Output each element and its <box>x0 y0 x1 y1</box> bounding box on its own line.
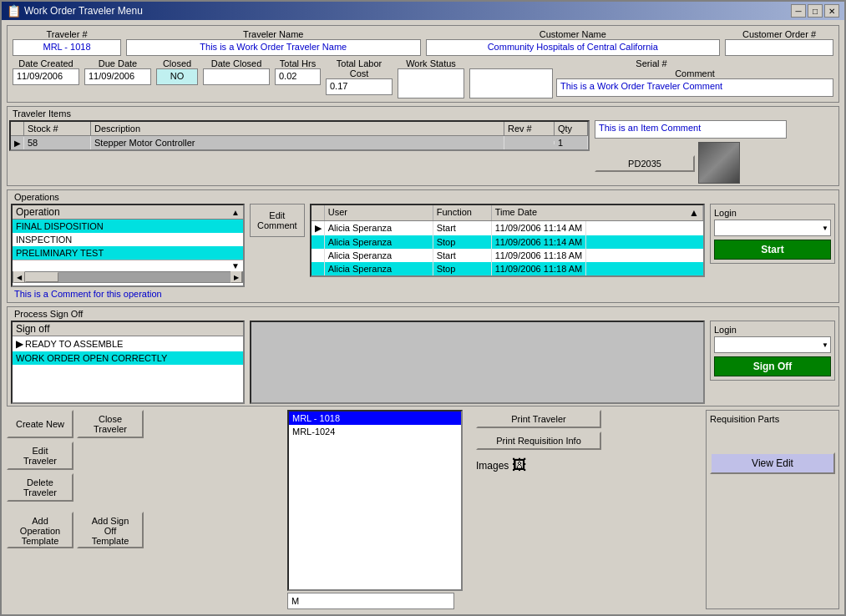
row-qty: 1 <box>555 136 588 149</box>
time-row-arrow-3 <box>312 262 325 275</box>
time-row-1[interactable]: Alicia Speranza Stop 11/09/2006 11:14 AM <box>312 235 703 249</box>
time-row-3[interactable]: Alicia Speranza Stop 11/09/2006 11:18 AM <box>312 262 703 275</box>
total-hrs-label: Total Hrs <box>275 58 321 68</box>
ops-horiz-scroll[interactable]: ◀ ▶ <box>13 271 243 283</box>
scroll-left-btn[interactable]: ◀ <box>13 271 25 283</box>
item-comment-field[interactable]: This is an Item Comment <box>595 120 787 139</box>
signoff-title: Process Sign Off <box>11 309 835 319</box>
table-row[interactable]: ▶ 58 Stepper Motor Controller 1 <box>11 136 588 149</box>
traveler-list-item-1[interactable]: MRL-1024 <box>289 425 461 438</box>
traveler-list-box[interactable]: MRL - 1018 MRL-1024 <box>287 410 463 591</box>
row-arrow: ▶ <box>11 137 24 149</box>
signoff-list[interactable]: Sign off ▶ READY TO ASSEMBLE WORK ORDER … <box>11 321 245 404</box>
signoff-list-header: Sign off <box>13 322 243 336</box>
signoff-login-select[interactable]: ▼ <box>714 336 831 353</box>
time-row-func-1: Stop <box>433 235 492 249</box>
date-closed-input[interactable] <box>203 68 270 85</box>
signoff-col-label: Sign off <box>16 323 49 335</box>
date-closed-label: Date Closed <box>203 58 270 68</box>
edit-comment-button[interactable]: Edit Comment <box>250 204 305 237</box>
total-labor-cost-input[interactable]: 0.17 <box>326 78 393 95</box>
traveler-name-input[interactable]: This is a Work Order Traveler Name <box>126 39 421 56</box>
comment-label: Comment <box>556 68 833 78</box>
maximize-button[interactable]: □ <box>808 4 823 18</box>
time-row-date-1: 11/09/2006 11:14 AM <box>492 235 587 249</box>
create-new-button[interactable]: Create New <box>7 410 73 438</box>
col-user-header: User <box>325 205 433 220</box>
header-section: Traveler # MRL - 1018 Traveler Name This… <box>7 25 839 103</box>
time-row-func-3: Stop <box>433 262 492 275</box>
part-number-button[interactable]: PD2035 <box>595 155 695 172</box>
comment-input[interactable]: This is a Work Order Traveler Comment <box>556 78 833 97</box>
customer-order-input[interactable] <box>725 39 833 56</box>
scroll-right-btn[interactable]: ▶ <box>230 271 242 283</box>
date-created-label: Date Created <box>13 58 79 68</box>
date-created-input[interactable]: 11/09/2006 <box>13 68 79 85</box>
col-timedate-header: Time Date ▲ <box>492 205 703 220</box>
ops-select-arrow: ▼ <box>822 225 828 232</box>
ops-item-0[interactable]: FINAL DISPOSITION <box>13 220 243 233</box>
req-parts-label: Requisition Parts <box>710 414 835 424</box>
time-row-user-2: Alicia Speranza <box>325 249 433 262</box>
traveler-filter-input[interactable] <box>287 593 454 609</box>
serial-num-label: Serial # <box>469 58 833 68</box>
operations-login-box: Login ▼ Start <box>710 204 835 264</box>
print-req-button[interactable]: Print Requisition Info <box>476 432 601 450</box>
due-date-input[interactable]: 11/09/2006 <box>84 68 151 85</box>
operations-list[interactable]: Operation ▲ FINAL DISPOSITION INSPECTION… <box>11 204 245 287</box>
total-labor-cost-label: Total Labor Cost <box>326 58 393 78</box>
time-row-func: Start <box>433 221 492 235</box>
work-status-label: Work Status <box>398 58 464 68</box>
ops-col-label: Operation <box>16 206 60 218</box>
closed-input[interactable]: NO <box>156 68 198 85</box>
serial-num-input[interactable] <box>469 68 553 98</box>
total-hrs-input[interactable]: 0.02 <box>275 68 321 85</box>
ops-scroll-down[interactable]: ▼ <box>228 260 243 271</box>
ops-item-2[interactable]: PRELIMINARY TEST <box>13 246 243 260</box>
title-bar: 📋 Work Order Traveler Menu ─ □ ✕ <box>2 2 844 20</box>
ops-login-select[interactable]: ▼ <box>714 220 831 236</box>
time-table: User Function Time Date ▲ ▶ Alicia Spera… <box>310 204 705 277</box>
scroll-track <box>25 272 230 282</box>
time-row-arrow-2 <box>312 249 325 262</box>
signoff-button[interactable]: Sign Off <box>714 356 831 376</box>
customer-name-input[interactable]: Community Hospitals of Central Californi… <box>426 39 721 56</box>
ops-comment-text: This is a Comment for this operation <box>11 287 245 300</box>
time-row-2[interactable]: Alicia Speranza Start 11/09/2006 11:18 A… <box>312 249 703 262</box>
delete-traveler-button[interactable]: Delete Traveler <box>7 473 73 502</box>
window-icon: 📋 <box>7 4 21 18</box>
start-button[interactable]: Start <box>714 240 831 260</box>
row-desc: Stepper Motor Controller <box>91 136 504 149</box>
work-status-input[interactable] <box>398 68 464 98</box>
table-header: Stock # Description Rev # Qty <box>11 122 588 136</box>
close-traveler-button[interactable]: Close Traveler <box>77 410 144 438</box>
signoff-item-0[interactable]: ▶ READY TO ASSEMBLE <box>13 336 243 351</box>
time-row-date: 11/09/2006 11:14 AM <box>492 221 587 235</box>
signoff-item-1[interactable]: WORK ORDER OPEN CORRECTLY <box>13 351 243 365</box>
traveler-num-input[interactable]: MRL - 1018 <box>13 39 121 56</box>
row-stock: 58 <box>24 136 91 149</box>
ops-scroll-up[interactable]: ▲ <box>231 208 240 217</box>
traveler-list-item-0[interactable]: MRL - 1018 <box>289 412 461 425</box>
close-button[interactable]: ✕ <box>824 4 839 18</box>
col-qty-header: Qty <box>555 122 588 135</box>
due-date-label: Due Date <box>84 58 151 68</box>
minimize-button[interactable]: ─ <box>791 4 806 18</box>
print-traveler-button[interactable]: Print Traveler <box>476 410 601 428</box>
time-row-0[interactable]: ▶ Alicia Speranza Start 11/09/2006 11:14… <box>312 221 703 235</box>
images-icon[interactable]: 🖼 <box>512 457 527 474</box>
signoff-login-label: Login <box>714 325 831 335</box>
ops-item-1[interactable]: INSPECTION <box>13 233 243 246</box>
images-label: Images <box>476 460 509 472</box>
add-signoff-template-button[interactable]: Add Sign Off Template <box>77 512 144 548</box>
time-row-user: Alicia Speranza <box>325 221 433 235</box>
row-rev <box>504 141 555 144</box>
edit-traveler-button[interactable]: Edit Traveler <box>7 442 73 470</box>
time-row-user-3: Alicia Speranza <box>325 262 433 275</box>
col-stock-header: Stock # <box>24 122 91 135</box>
view-edit-button[interactable]: View Edit <box>710 452 835 474</box>
signoff-select-arrow: ▼ <box>822 341 828 349</box>
bottom-section: Create New Close Traveler Edit Traveler … <box>7 410 839 609</box>
signoff-login-box: Login ▼ Sign Off <box>710 321 835 381</box>
add-op-template-button[interactable]: Add Operation Template <box>7 512 73 548</box>
